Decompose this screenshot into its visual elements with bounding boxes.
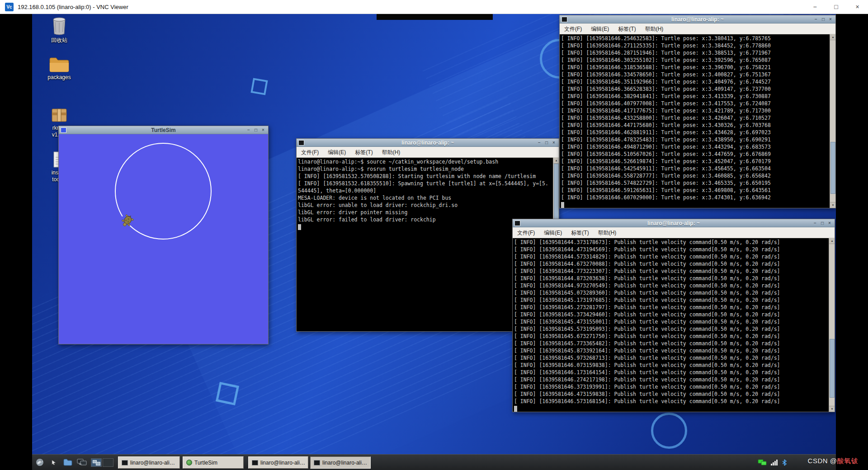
linux-desktop[interactable]: 回收站 packages rknn-t v1.3.2 <box>32 14 836 470</box>
scrollbar[interactable]: ▲ ▼ <box>829 238 835 412</box>
menu-item[interactable]: 文件(F) <box>297 147 323 158</box>
terminal-line: [ INFO] [1639581646.542545911]: Turtle p… <box>561 165 835 172</box>
scroll-down-icon[interactable]: ▼ <box>829 406 835 412</box>
turtlesim-canvas[interactable] <box>59 134 268 344</box>
minimize-button[interactable]: − <box>536 140 543 146</box>
scrollbar-thumb[interactable] <box>830 142 835 194</box>
terminal-line: [ INFO] [1639581646.366528383]: Turtle p… <box>561 85 835 93</box>
desktop-icon-label: packages <box>47 74 71 81</box>
decor-circle <box>651 413 687 449</box>
minimize-button[interactable]: − <box>804 0 826 14</box>
taskbar-window-terminal-2[interactable]: linaro@linaro-ali… <box>248 456 308 469</box>
menu-item[interactable]: 帮助(H) <box>377 147 405 158</box>
terminal-line: [ INFO] [1639581646.351192966]: Turtle p… <box>561 78 835 85</box>
menu-item[interactable]: 标签(T) <box>566 227 593 238</box>
collapsed-panel[interactable] <box>377 14 493 20</box>
menu-item[interactable]: 帮助(H) <box>641 24 668 34</box>
terminal-line: [ INFO] [1639581645.973268713]: Publish … <box>514 354 835 362</box>
terminal-line: [ INFO] [1639581646.073159838]: Publish … <box>514 362 835 369</box>
turtlesim-icon <box>186 460 192 465</box>
menubar: 文件(F)编辑(E)标签(T)帮助(H) <box>513 227 835 238</box>
terminal-app-icon <box>514 221 520 226</box>
window-title: linaro@linaro-alip: ~ <box>560 16 835 23</box>
scroll-up-icon[interactable]: ▲ <box>829 238 835 244</box>
scroll-up-icon[interactable]: ▲ <box>553 158 559 164</box>
terminal-line: [ INFO] [1639581644.973270549]: Publish … <box>514 282 835 289</box>
cursor-row <box>514 405 835 412</box>
taskbar-window-label: linaro@linaro-ali… <box>130 460 175 466</box>
show-desktop-button[interactable] <box>49 457 59 467</box>
window-title: linaro@linaro-alip: ~ <box>513 220 835 226</box>
terminal-app-icon <box>561 17 567 22</box>
terminal-cursor <box>298 224 301 230</box>
terminal-line: [ INFO] [1639581646.573168154]: Publish … <box>514 398 835 405</box>
maximize-button[interactable]: □ <box>252 127 259 133</box>
taskbar-window-terminal-3[interactable]: linaro@linaro-ali… <box>310 456 371 469</box>
folder-icon <box>49 56 70 73</box>
terminal-icon <box>122 460 128 465</box>
minimize-button[interactable]: − <box>812 16 820 23</box>
workspace-2[interactable] <box>103 458 113 467</box>
taskbar-window-turtlesim[interactable]: TurtleSim <box>183 456 244 469</box>
terminal-line: [ INFO] [1639581645.273281797]: Publish … <box>514 304 835 311</box>
titlebar[interactable]: TurtleSim − □ × <box>59 126 268 134</box>
bluetooth-icon[interactable] <box>782 459 787 466</box>
minimize-button[interactable]: − <box>245 127 252 133</box>
system-tray <box>758 455 787 470</box>
titlebar[interactable]: linaro@linaro-alip: ~ − □ × <box>560 15 835 24</box>
close-button[interactable]: × <box>259 127 267 133</box>
terminal-line: [ INFO] [1639581646.318536588]: Turtle p… <box>561 64 835 71</box>
scroll-down-icon[interactable]: ▼ <box>830 202 835 208</box>
menu-item[interactable]: 标签(T) <box>350 147 377 158</box>
terminal-line: [ INFO] [1639581645.573195093]: Publish … <box>514 325 835 333</box>
maximize-button[interactable]: □ <box>819 220 826 226</box>
network-status-icon[interactable] <box>758 459 767 466</box>
desktop-icon-recycle-bin[interactable]: 回收站 <box>38 17 81 44</box>
menu-item[interactable]: 编辑(E) <box>539 227 566 238</box>
terminal-line: [ INFO] [1639581646.287151946]: Turtle p… <box>561 49 835 56</box>
terminal-output[interactable]: [ INFO] [1639581646.254632583]: Turtle p… <box>560 34 835 208</box>
terminal-output[interactable]: [ INFO] [1639581644.373178673]: Publish … <box>513 238 835 412</box>
workspace-1[interactable] <box>91 458 102 467</box>
minimize-button[interactable]: − <box>811 220 819 226</box>
file-manager-button[interactable] <box>63 457 73 467</box>
scroll-up-icon[interactable]: ▲ <box>830 34 835 40</box>
desktop-icon-packages[interactable]: packages <box>38 56 81 81</box>
terminal-line: [ INFO] [1639581646.473159838]: Publish … <box>514 390 835 398</box>
terminal-line: linaro@linaro-alip:~$ rosrun turtlesim t… <box>298 165 559 173</box>
terminal-app-icon <box>298 140 304 146</box>
taskbar-window-terminal-1[interactable]: linaro@linaro-ali… <box>118 456 180 469</box>
terminal-line: [ INFO] [1639581645.173197685]: Publish … <box>514 296 835 304</box>
signal-strength-icon[interactable] <box>771 459 778 465</box>
archive-icon <box>51 106 68 123</box>
menu-item[interactable]: 文件(F) <box>513 227 539 238</box>
menu-item[interactable]: 标签(T) <box>613 24 640 34</box>
vnc-titlebar[interactable]: Vc 192.168.0.105 (linaro-alip:0) - VNC V… <box>0 0 868 14</box>
terminal-line: [ INFO] [1639581646.526619874]: Turtle p… <box>561 158 835 165</box>
scrollbar[interactable]: ▲ ▼ <box>830 34 835 208</box>
titlebar[interactable]: linaro@linaro-alip: ~ − □ × <box>297 139 559 147</box>
close-button[interactable]: × <box>550 140 557 146</box>
scrollbar-thumb[interactable] <box>830 339 835 398</box>
taskbar: linaro@linaro-ali… TurtleSim linaro@lina… <box>32 454 836 470</box>
taskbar-launchers <box>35 455 113 470</box>
window-controls: − □ × <box>812 16 834 23</box>
vnc-window-title: 192.168.0.105 (linaro-alip:0) - VNC View… <box>18 4 128 10</box>
display-settings-button[interactable] <box>77 457 87 467</box>
maximize-button[interactable]: □ <box>826 0 847 14</box>
close-button[interactable]: × <box>826 220 833 226</box>
menu-item[interactable]: 文件(F) <box>560 24 586 34</box>
terminal-cursor <box>561 202 564 208</box>
maximize-button[interactable]: □ <box>543 140 550 146</box>
terminal-line: [ INFO] [1639581646.447175680]: Turtle p… <box>561 122 835 129</box>
menu-item[interactable]: 编辑(E) <box>586 24 613 34</box>
app-menu-button[interactable] <box>35 457 45 467</box>
close-button[interactable]: × <box>847 0 868 14</box>
window-controls: − □ × <box>811 220 833 226</box>
close-button[interactable]: × <box>827 16 834 23</box>
titlebar[interactable]: linaro@linaro-alip: ~ − □ × <box>513 219 835 227</box>
terminal-line: [ INFO] [1639581646.574822729]: Turtle p… <box>561 179 835 187</box>
maximize-button[interactable]: □ <box>820 16 827 23</box>
menu-item[interactable]: 帮助(H) <box>594 227 621 238</box>
menu-item[interactable]: 编辑(E) <box>323 147 350 158</box>
